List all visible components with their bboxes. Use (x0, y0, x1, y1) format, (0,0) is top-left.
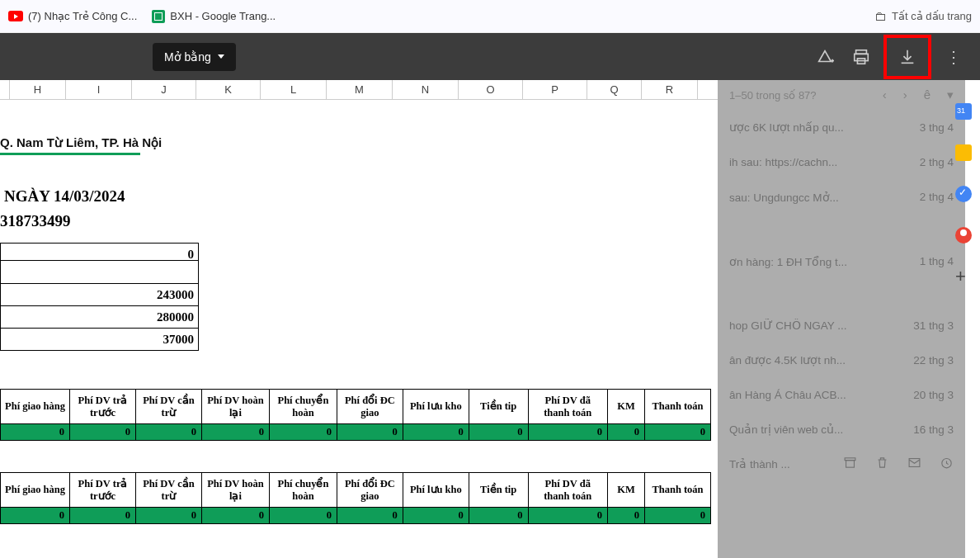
fee-cell[interactable]: 0 (269, 424, 337, 441)
fee-header[interactable]: Phí đổi ĐC giao (337, 390, 403, 424)
chevron-down-icon[interactable]: ▾ (947, 87, 954, 102)
fee-header[interactable]: Phí giao hàng (1, 390, 70, 424)
column-header[interactable]: P (523, 80, 587, 99)
snooze-icon[interactable] (940, 456, 954, 472)
column-header[interactable]: Q (587, 80, 642, 99)
list-item[interactable]: ơn hàng: 1 ĐH Tổng t...1 thg 4 (718, 244, 965, 308)
fee-header[interactable]: Phí DV hoàn lại (201, 390, 269, 424)
column-header[interactable]: R (642, 80, 698, 99)
fee-header[interactable]: Phí DV đã thanh toán (528, 473, 607, 508)
fee-cell[interactable]: 0 (70, 508, 136, 524)
download-highlight-box (883, 35, 931, 79)
column-header[interactable]: M (327, 80, 393, 99)
fee-table-1: Phí giao hàng Phí DV trả trước Phí DV cầ… (0, 389, 711, 441)
fee-header[interactable]: Thanh toán (644, 473, 710, 508)
fee-cell[interactable]: 0 (644, 424, 710, 441)
fee-cell[interactable]: 0 (403, 424, 469, 441)
svg-rect-9 (909, 459, 920, 467)
prev-page-icon[interactable]: ‹ (883, 87, 887, 102)
list-item[interactable]: ân Hàng Á Châu ACB...20 thg 3 (718, 377, 965, 412)
open-with-button[interactable]: Mở bằng (153, 43, 236, 71)
address-text: Q. Nam Từ Liêm, TP. Hà Nội (0, 135, 162, 150)
summary-cell[interactable]: 243000 (0, 284, 199, 306)
more-actions-icon[interactable]: ⋮ (940, 43, 968, 71)
column-header[interactable]: N (393, 80, 459, 99)
fee-header[interactable]: Phí lưu kho (403, 473, 469, 508)
fee-cell[interactable]: 0 (607, 508, 644, 524)
fee-header[interactable]: Thanh toán (644, 390, 710, 424)
bookmark-label: BXH - Google Trang... (170, 10, 276, 22)
fee-cell[interactable]: 0 (70, 424, 136, 441)
list-item[interactable]: sau: Ungdungcc Mở...2 thg 4 (718, 179, 965, 244)
fee-header[interactable]: Phí DV trả trước (70, 473, 136, 508)
fee-cell[interactable]: 0 (1, 508, 70, 524)
archive-icon[interactable] (843, 456, 857, 472)
column-header[interactable]: I (66, 80, 132, 99)
fee-cell[interactable]: 0 (469, 424, 528, 441)
column-header[interactable]: K (196, 80, 261, 99)
calendar-icon[interactable] (955, 103, 972, 120)
download-icon[interactable] (893, 43, 921, 71)
fee-cell[interactable]: 0 (135, 424, 201, 441)
fee-cell[interactable]: 0 (528, 508, 607, 524)
add-shortcut-icon[interactable] (811, 43, 839, 71)
fee-cell[interactable]: 0 (269, 508, 337, 524)
fee-cell[interactable]: 0 (1, 424, 70, 441)
fee-cell[interactable]: 0 (528, 424, 607, 441)
fee-header[interactable]: Phí đổi ĐC giao (337, 473, 403, 508)
column-header[interactable]: O (459, 80, 523, 99)
fee-cell[interactable]: 0 (337, 424, 403, 441)
fee-header[interactable]: Phí DV trả trước (70, 390, 136, 424)
fee-header[interactable]: Phí lưu kho (403, 390, 469, 424)
input-tool-label[interactable]: ê (924, 87, 931, 102)
fee-header[interactable]: Tiền tip (469, 473, 528, 508)
fee-table-2: Phí giao hàng Phí DV trả trước Phí DV cầ… (0, 472, 711, 524)
keep-icon[interactable] (955, 144, 972, 161)
list-item[interactable]: Quản trị viên web củ...16 thg 3 (718, 412, 965, 447)
list-item[interactable]: hop GIỮ CHỖ NGAY ...31 thg 3 (718, 308, 965, 343)
fee-header[interactable]: KM (607, 390, 644, 424)
tasks-icon[interactable] (955, 186, 972, 202)
side-addon-strip: + (950, 103, 977, 285)
bookmark-item-youtube[interactable]: (7) Nhạc Trẻ Công C... (8, 10, 137, 22)
fee-header[interactable]: Phí DV hoàn lại (201, 473, 269, 508)
column-header[interactable]: J (132, 80, 196, 99)
fee-cell[interactable]: 0 (337, 508, 403, 524)
fee-header[interactable]: Phí giao hàng (1, 473, 70, 508)
list-item[interactable]: ân được 4.5K lượt nh...22 thg 3 (718, 343, 965, 377)
column-header[interactable]: H (10, 80, 66, 99)
fee-cell[interactable]: 0 (135, 508, 201, 524)
add-addon-icon[interactable]: + (955, 268, 972, 285)
contacts-icon[interactable] (955, 227, 972, 244)
list-item[interactable]: ih sau: https://cachn...2 thg 4 (718, 144, 965, 179)
fee-cell[interactable]: 0 (607, 424, 644, 441)
fee-cell[interactable]: 0 (644, 508, 710, 524)
all-bookmarks-button[interactable]: Tất cả dấu trang (874, 9, 972, 23)
google-sheets-icon (152, 10, 165, 23)
fee-header[interactable]: Tiền tip (469, 390, 528, 424)
fee-header[interactable]: KM (607, 473, 644, 508)
summary-cell[interactable]: 0 (0, 243, 199, 261)
list-item[interactable]: Trả thành ... (718, 447, 965, 481)
svg-rect-3 (855, 54, 869, 60)
print-icon[interactable] (847, 43, 875, 71)
fee-cell[interactable]: 0 (403, 508, 469, 524)
column-header[interactable]: L (261, 80, 327, 99)
bookmark-item-sheets[interactable]: BXH - Google Trang... (152, 10, 276, 23)
summary-cell[interactable] (0, 261, 199, 284)
fee-header[interactable]: Phí chuyển hoàn (269, 390, 337, 424)
fee-cell[interactable]: 0 (201, 508, 269, 524)
fee-cell[interactable]: 0 (469, 508, 528, 524)
summary-cell[interactable]: 37000 (0, 329, 199, 351)
fee-header[interactable]: Phí chuyển hoàn (269, 473, 337, 508)
mail-icon[interactable] (907, 456, 921, 472)
list-item[interactable]: ược 6K lượt nhấp qu...3 thg 4 (718, 110, 965, 144)
summary-cell[interactable]: 280000 (0, 306, 199, 329)
fee-cell[interactable]: 0 (201, 424, 269, 441)
next-page-icon[interactable]: › (903, 87, 907, 102)
fee-header[interactable]: Phí DV cần trừ (135, 390, 201, 424)
fee-header[interactable]: Phí DV cần trừ (135, 473, 201, 508)
youtube-icon (8, 11, 23, 21)
fee-header[interactable]: Phí DV đã thanh toán (528, 390, 607, 424)
delete-icon[interactable] (875, 456, 889, 472)
